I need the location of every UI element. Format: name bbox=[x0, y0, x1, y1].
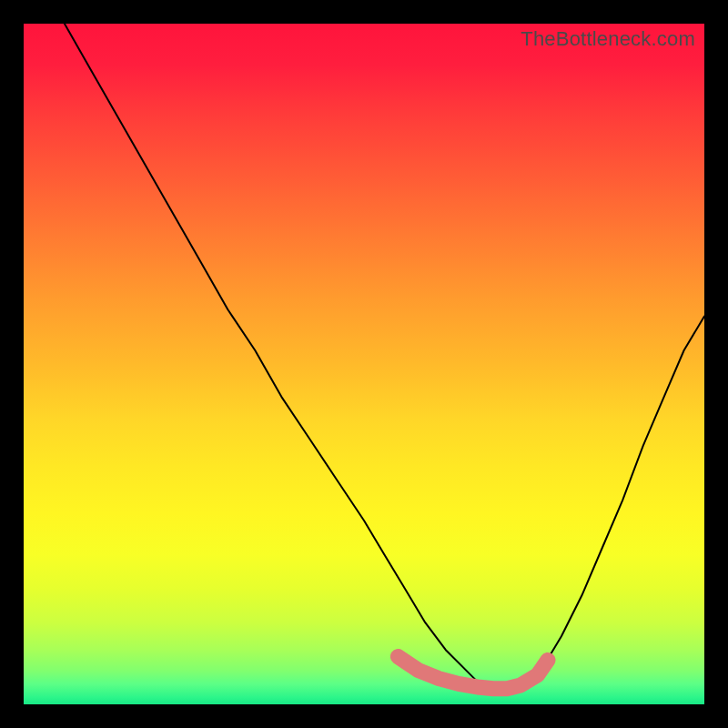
bottom-highlight-path bbox=[398, 657, 548, 689]
curve-overlay bbox=[24, 24, 704, 704]
plot-area: TheBottleneck.com bbox=[24, 24, 704, 704]
chart-frame: TheBottleneck.com bbox=[0, 0, 728, 728]
watermark-text: TheBottleneck.com bbox=[521, 27, 695, 51]
bottleneck-curve-path bbox=[65, 24, 704, 691]
